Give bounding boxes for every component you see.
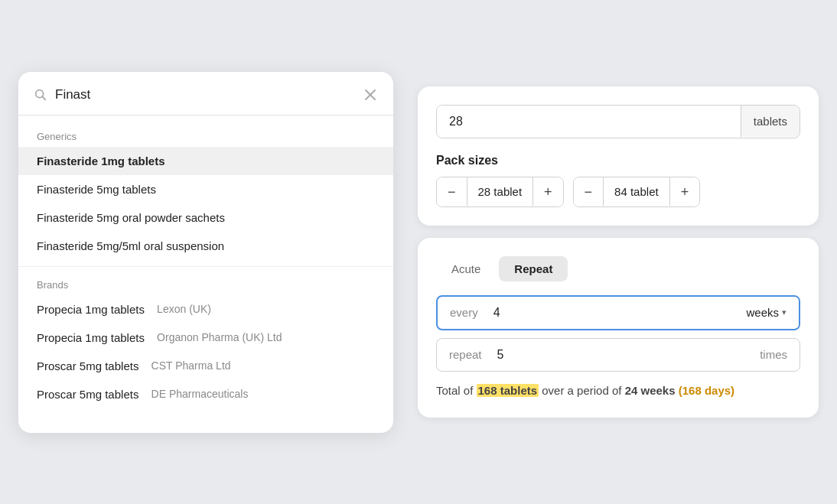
pack-size-control-1: − 28 tablet + [436,177,564,207]
frequency-prefix: every [438,297,490,328]
search-input[interactable] [55,87,355,102]
total-days: (168 days) [679,384,734,397]
list-item[interactable]: Finasteride 5mg/5ml oral suspension [18,232,393,260]
tab-acute[interactable]: Acute [436,256,496,281]
frequency-row: every weeks ▾ [436,295,800,330]
pack-label-1: 28 tablet [467,177,534,206]
repeat-input[interactable] [494,339,748,371]
total-weeks: 24 weeks [625,384,676,397]
list-item[interactable]: Finasteride 5mg oral powder sachets [18,203,393,232]
list-item[interactable]: Proscar 5mg tablets CST Pharma Ltd [18,352,393,380]
total-tablets-highlight: 168 tablets [477,384,539,397]
search-results: Generics Finasteride 1mg tablets Finaste… [18,115,393,418]
clear-button[interactable] [363,87,378,102]
chevron-down-icon: ▾ [782,307,787,317]
list-item[interactable]: Finasteride 5mg tablets [18,175,393,203]
pack-decrement-1[interactable]: − [437,177,467,206]
pack-decrement-2[interactable]: − [574,177,604,206]
list-item[interactable]: Finasteride 1mg tablets [18,147,393,175]
generics-label: Generics [18,125,393,147]
tab-repeat[interactable]: Repeat [499,256,568,281]
search-header [18,87,393,115]
list-item[interactable]: Propecia 1mg tablets Organon Pharma (UK)… [18,324,393,352]
search-icon [34,88,47,102]
repeat-row: repeat times [436,338,800,372]
right-panels: tablets Pack sizes − 28 tablet + − 84 ta… [418,86,819,418]
quantity-unit: tablets [741,106,800,137]
total-text: Total of 168 tablets over a period of 24… [436,382,800,400]
frequency-input[interactable] [490,297,734,329]
brands-label: Brands [18,273,393,295]
pack-size-control-2: − 84 tablet + [573,177,701,207]
svg-line-1 [42,96,45,99]
repeat-prefix: repeat [437,339,494,370]
pack-increment-1[interactable]: + [533,177,563,206]
list-item[interactable]: Proscar 5mg tablets DE Pharmaceuticals [18,380,393,408]
quantity-input[interactable] [437,106,741,138]
divider [18,266,393,267]
pack-increment-2[interactable]: + [670,177,700,206]
search-panel: Generics Finasteride 1mg tablets Finaste… [18,72,393,433]
quantity-card: tablets Pack sizes − 28 tablet + − 84 ta… [418,86,819,226]
pack-sizes-row: − 28 tablet + − 84 tablet + [436,177,800,207]
list-item[interactable]: Propecia 1mg tablets Lexon (UK) [18,295,393,324]
frequency-unit-button[interactable]: weeks ▾ [734,297,799,328]
pack-sizes-label: Pack sizes [436,154,800,167]
tabs-row: Acute Repeat [436,256,800,281]
repeat-card: Acute Repeat every weeks ▾ repeat times … [418,238,819,418]
quantity-row: tablets [436,105,800,138]
pack-label-2: 84 tablet [603,177,670,206]
repeat-suffix: times [747,339,800,370]
